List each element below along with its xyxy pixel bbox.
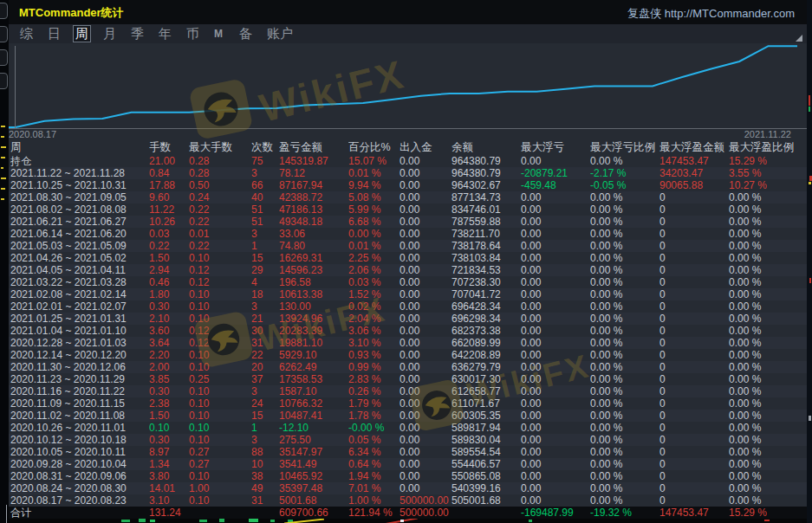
menu-item-bei[interactable]: 备	[237, 26, 255, 42]
menu-item-ri[interactable]: 日	[45, 26, 63, 42]
table-row[interactable]: 持仓21.000.2875145319.8715.07 %0.00964380.…	[9, 155, 807, 167]
background-toolbar-button	[0, 26, 8, 42]
table-row[interactable]: 2021.06.14 ~ 2021.06.200.030.01333.060.0…	[9, 228, 807, 240]
total-cell-2	[189, 507, 251, 519]
row-18-cell-5: 2.83 %	[348, 373, 400, 385]
menu-item-yue[interactable]: 月	[101, 26, 119, 42]
table-row[interactable]: 2020.11.23 ~ 2020.11.293.850.253717358.5…	[9, 373, 807, 385]
row-27-cell-9: 0.00 %	[590, 482, 659, 494]
table-row[interactable]: 2021.11.22 ~ 2021.11.280.840.28378.120.0…	[9, 167, 807, 179]
table-row[interactable]: 2021.02.01 ~ 2021.02.070.300.103130.000.…	[9, 300, 807, 313]
menu-item-zong[interactable]: 综	[17, 26, 36, 42]
row-20-cell-8: 0.00	[521, 397, 590, 410]
row-12-cell-1: 0.30	[149, 300, 189, 313]
row-3-cell-8: 0.00	[521, 191, 590, 203]
background-toolbar-button	[0, 73, 8, 89]
table-row[interactable]: 2020.08.17 ~ 2020.08.233.100.10315001.68…	[9, 494, 807, 507]
table-row[interactable]: 2021.01.25 ~ 2021.01.312.100.102113924.9…	[9, 313, 807, 325]
row-4-cell-8: 0.00	[521, 203, 590, 216]
table-row[interactable]: 2020.12.28 ~ 2021.01.033.640.123119881.1…	[9, 337, 807, 349]
row-22-cell-9: 0.00 %	[590, 422, 659, 434]
column-header-7[interactable]: 余额	[451, 140, 521, 155]
column-header-3[interactable]: 次数	[251, 140, 279, 155]
column-header-5[interactable]: 百分比%	[348, 140, 400, 155]
row-13-cell-1: 2.10	[149, 313, 189, 325]
table-row[interactable]: 2020.10.12 ~ 2020.10.180.300.103275.500.…	[9, 434, 807, 446]
row-24-cell-8: 0.00	[521, 446, 590, 458]
row-7-cell-11: 0.00 %	[729, 240, 807, 252]
resize-grip-icon[interactable]	[796, 35, 802, 42]
table-row[interactable]: 2020.11.16 ~ 2020.11.220.300.1031587.100…	[9, 385, 807, 397]
row-2-cell-1: 17.88	[149, 179, 189, 191]
menu-item-nian[interactable]: 年	[156, 26, 174, 42]
table-row[interactable]: 2020.08.31 ~ 2020.09.063.800.103810465.9…	[9, 470, 807, 482]
table-row[interactable]: 2021.04.26 ~ 2021.05.021.500.101516269.3…	[9, 252, 807, 264]
row-28-cell-6: 500000.00	[400, 494, 451, 507]
table-header-row: 周手数最大手数次数盈亏金额百分比%出入金余额最大浮亏最大浮亏比例最大浮盈金额最大…	[9, 140, 807, 155]
chart-y-axis	[15, 46, 16, 128]
table-row[interactable]: 2021.08.30 ~ 2021.09.059.600.244042388.7…	[9, 191, 807, 203]
column-header-8[interactable]: 最大浮亏	[521, 140, 590, 155]
table-row[interactable]: 2020.11.02 ~ 2020.11.081.500.101510487.4…	[9, 410, 807, 422]
row-11-cell-10: 0	[659, 288, 729, 300]
row-23-cell-2: 0.10	[189, 434, 251, 446]
column-header-10[interactable]: 最大浮盈金额	[659, 140, 729, 155]
row-12-cell-6: 0.00	[400, 300, 451, 313]
row-1-cell-6: 0.00	[400, 167, 451, 179]
row-14-cell-1: 3.60	[149, 325, 189, 337]
table-row[interactable]: 2021.04.05 ~ 2021.04.112.940.122914596.2…	[9, 264, 807, 276]
table-row[interactable]: 2021.05.03 ~ 2021.05.090.220.22174.800.0…	[9, 240, 807, 252]
row-6-cell-0: 2021.06.14 ~ 2021.06.20	[10, 228, 149, 240]
column-header-4[interactable]: 盈亏金额	[279, 140, 348, 155]
table-row[interactable]: 2020.12.14 ~ 2020.12.202.200.10225929.10…	[9, 349, 807, 361]
row-10-cell-10: 0	[659, 276, 729, 288]
table-row[interactable]: 2020.10.26 ~ 2020.11.010.100.101-12.10-0…	[9, 422, 807, 434]
row-14-cell-2: 0.12	[189, 325, 251, 337]
row-26-cell-4: 10465.92	[279, 470, 348, 482]
table-row[interactable]: 2020.11.30 ~ 2020.12.062.000.10206262.49…	[9, 361, 807, 373]
table-row[interactable]: 2020.08.24 ~ 2020.08.3014.011.004935397.…	[9, 482, 807, 494]
row-24-cell-5: 6.34 %	[348, 446, 400, 458]
row-14-cell-10: 0	[659, 325, 729, 337]
table-row[interactable]: 2020.10.05 ~ 2020.10.118.970.278835147.9…	[9, 446, 807, 458]
column-header-11[interactable]: 最大浮盈比例	[729, 140, 807, 155]
row-5-cell-4: 49348.18	[279, 216, 348, 228]
column-header-6[interactable]: 出入金	[400, 140, 451, 155]
table-row[interactable]: 2020.09.28 ~ 2020.10.041.340.27103541.49…	[9, 458, 807, 470]
row-22-cell-4: -12.10	[279, 422, 348, 434]
row-11-cell-7: 707041.72	[451, 288, 521, 300]
row-0-cell-6: 0.00	[400, 155, 451, 167]
row-8-cell-6: 0.00	[400, 252, 451, 264]
row-4-cell-10: 0	[659, 203, 729, 216]
table-row[interactable]: 2021.03.22 ~ 2021.03.280.460.124196.580.…	[9, 276, 807, 288]
column-header-1[interactable]: 手数	[149, 140, 189, 155]
table-row[interactable]: 2021.08.02 ~ 2021.08.0811.220.225147186.…	[9, 203, 807, 216]
column-header-0[interactable]: 周	[10, 140, 149, 155]
row-2-cell-7: 964302.67	[451, 179, 521, 191]
row-11-cell-2: 0.10	[189, 288, 251, 300]
row-23-cell-6: 0.00	[400, 434, 451, 446]
row-2-cell-4: 87167.94	[279, 179, 348, 191]
background-app-bottom-edge	[9, 519, 807, 523]
menu-item-bi[interactable]: 币	[184, 26, 202, 42]
row-24-cell-6: 0.00	[400, 446, 451, 458]
background-chart-fragment	[1, 198, 4, 200]
table-row[interactable]: 2021.06.21 ~ 2021.06.2710.260.225149348.…	[9, 216, 807, 228]
table-row[interactable]: 2021.02.08 ~ 2021.02.141.800.101810613.3…	[9, 288, 807, 300]
column-header-2[interactable]: 最大手数	[189, 140, 251, 155]
menu-item-ji[interactable]: 季	[128, 26, 146, 42]
row-22-cell-8: 0.00	[521, 422, 590, 434]
menu-item-M[interactable]: M	[211, 26, 225, 42]
table-row[interactable]: 2020.11.09 ~ 2020.11.152.380.102410766.3…	[9, 397, 807, 410]
table-row[interactable]: 2021.10.25 ~ 2021.10.3117.880.506687167.…	[9, 179, 807, 191]
total-cell-9: -19.32 %	[590, 507, 659, 519]
background-chart-fragment	[1, 146, 6, 148]
row-4-cell-0: 2021.08.02 ~ 2021.08.08	[10, 203, 149, 216]
brand-link[interactable]: 复盘侠 http://MTCommander.com	[627, 6, 795, 22]
row-20-cell-5: 1.79 %	[348, 397, 400, 410]
column-header-9[interactable]: 最大浮亏比例	[590, 140, 659, 155]
background-chart-fragment	[1, 167, 3, 169]
menu-item-zhou[interactable]: 周	[73, 25, 91, 42]
menu-item-zhanghu[interactable]: 账户	[264, 26, 296, 42]
table-row[interactable]: 2021.01.04 ~ 2021.01.103.600.123020283.3…	[9, 325, 807, 337]
